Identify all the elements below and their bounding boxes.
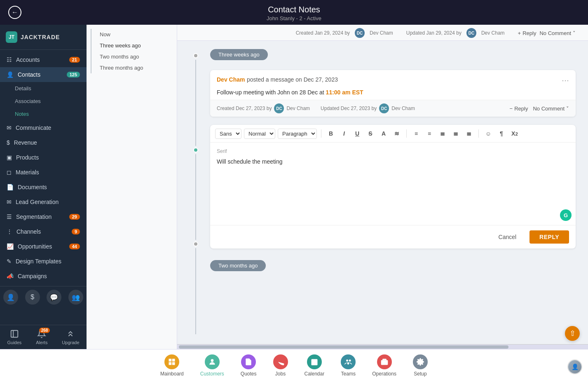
setup-icon — [413, 354, 428, 369]
bottom-scrollbar[interactable] — [177, 344, 588, 349]
sidebar-sub-notes[interactable]: Notes — [0, 108, 87, 120]
timeline-dot-3 — [193, 242, 198, 246]
teams-icon — [341, 354, 356, 369]
customers-btn[interactable]: Customers — [192, 353, 232, 378]
upgrade-btn[interactable]: Upgrade — [62, 329, 79, 345]
mainboard-icon — [164, 354, 179, 369]
time-label-three-weeks: Three weeks ago — [210, 49, 268, 60]
users-btn[interactable]: 👥 — [68, 290, 83, 305]
updated-by: Dev Cham — [391, 106, 415, 111]
align-center-btn[interactable]: ≣ — [450, 128, 461, 139]
materials-icon: ◻ — [7, 169, 12, 176]
back-button[interactable]: ← — [8, 6, 21, 19]
sidebar-item-lead-generation[interactable]: ✉ Lead Generation — [0, 195, 87, 209]
cancel-button[interactable]: Cancel — [490, 230, 525, 244]
align-left-btn[interactable]: ≣ — [437, 128, 448, 139]
reply-submit-button[interactable]: REPLY — [529, 230, 569, 244]
jobs-icon — [273, 354, 288, 369]
sidebar-item-materials[interactable]: ◻ Materials — [0, 165, 87, 180]
type-select[interactable]: Paragraph — [278, 129, 317, 139]
setup-btn[interactable]: Setup — [405, 353, 436, 378]
timeline-two-months[interactable]: Two months ago — [91, 51, 177, 62]
main-content: Created Jan 29, 2024 by DC Dev Cham Upda… — [177, 25, 588, 349]
timeline-now[interactable]: Now — [91, 29, 177, 40]
highlight-btn[interactable]: ≋ — [391, 128, 402, 139]
sidebar-item-segmentation[interactable]: ☰ Segmentation 29 — [0, 209, 87, 224]
documents-icon: 📄 — [7, 184, 14, 190]
svg-rect-7 — [311, 359, 317, 365]
opportunities-icon: 📈 — [7, 243, 14, 250]
subscript-btn[interactable]: X2 — [509, 128, 520, 139]
editor-content-area[interactable]: Serif Will schedule the meeting G — [210, 143, 576, 225]
sidebar-item-campaigns[interactable]: 📣 Campaigns — [0, 269, 87, 284]
sidebar-item-design-templates[interactable]: ✎ Design Templates — [0, 254, 87, 269]
ordered-list-btn[interactable]: ≡ — [411, 128, 422, 139]
svg-point-11 — [346, 359, 348, 361]
user-avatar-bottom[interactable]: 👤 — [567, 359, 582, 374]
campaigns-icon: 📣 — [7, 273, 14, 279]
sidebar-sub-associates[interactable]: Associates — [0, 95, 87, 108]
emoji-btn[interactable]: ☺ — [483, 128, 494, 139]
font-select[interactable]: Sans — [215, 129, 241, 139]
revenue-icon: $ — [7, 139, 10, 146]
sidebar-item-accounts[interactable]: ☷ Accounts 21 — [0, 52, 87, 67]
dec27-reply-btn[interactable]: − Reply — [510, 106, 528, 112]
toolbar-divider-1 — [321, 129, 321, 138]
sidebar-item-opportunities[interactable]: 📈 Opportunities 44 — [0, 239, 87, 254]
strikethrough-btn[interactable]: S — [365, 128, 376, 139]
italic-btn[interactable]: I — [339, 128, 349, 139]
dec27-no-comment[interactable]: No Comment ˅ — [533, 106, 569, 112]
customers-icon — [205, 354, 220, 369]
timeline-three-months[interactable]: Three months ago — [91, 62, 177, 73]
svg-rect-4 — [169, 362, 172, 365]
billing-btn[interactable]: $ — [25, 290, 40, 305]
top-no-comment[interactable]: No Comment ˅ — [539, 30, 576, 36]
segmentation-badge: 29 — [69, 214, 80, 220]
timeline-line-1 — [195, 60, 196, 146]
teams-btn[interactable]: Teams — [333, 353, 364, 378]
bold-btn[interactable]: B — [326, 128, 336, 139]
top-avatar-updated: DC — [466, 28, 476, 38]
scrollbar-thumb[interactable] — [179, 345, 508, 349]
chat-btn[interactable]: 💬 — [47, 290, 61, 305]
channels-icon: ⋮ — [7, 228, 12, 235]
paragraph-btn[interactable]: ¶ — [496, 128, 507, 139]
timeline-dot-2 — [193, 148, 198, 152]
reply-editor: Sans Normal Paragraph B I U S A — [210, 125, 576, 249]
jobs-btn[interactable]: Jobs — [265, 353, 296, 378]
align-right-btn[interactable]: ≣ — [464, 128, 474, 139]
underline-btn[interactable]: U — [352, 128, 363, 139]
sidebar-item-channels[interactable]: ⋮ Channels 9 — [0, 224, 87, 239]
alerts-btn[interactable]: 268 Alerts — [36, 329, 47, 345]
svg-point-12 — [349, 359, 351, 361]
sidebar-item-communicate[interactable]: ✉ Communicate — [0, 120, 87, 135]
top-reply-btn[interactable]: + Reply — [518, 30, 536, 36]
sidebar-item-revenue[interactable]: $ Revenue — [0, 135, 87, 150]
opportunities-badge: 44 — [69, 244, 80, 249]
unordered-list-btn[interactable]: ≡ — [424, 128, 435, 139]
operations-btn[interactable]: Operations — [364, 353, 405, 378]
sidebar-item-contacts[interactable]: 👤 Contacts 125 — [0, 67, 87, 82]
svg-rect-2 — [169, 359, 172, 362]
calendar-btn[interactable]: Calendar — [296, 353, 333, 378]
sidebar-sub-details[interactable]: Details — [0, 82, 87, 95]
guides-btn[interactable]: Guides — [7, 329, 21, 345]
note-author[interactable]: Dev Cham — [217, 76, 245, 83]
mainboard-btn[interactable]: Mainboard — [152, 353, 192, 378]
logo-text: JACKTRADE — [21, 34, 60, 40]
sidebar-item-products[interactable]: ▣ Products — [0, 150, 87, 165]
size-select[interactable]: Normal — [244, 129, 275, 139]
sidebar-item-documents[interactable]: 📄 Documents — [0, 180, 87, 195]
quotes-btn[interactable]: Quotes — [232, 353, 265, 378]
note-more-btn[interactable]: ⋯ — [562, 76, 569, 85]
sidebar-bottom-nav: Guides 268 Alerts Upgrade — [0, 325, 87, 349]
created-by: Dev Cham — [286, 106, 310, 111]
editor-text[interactable]: Will schedule the meeting — [217, 158, 569, 165]
scroll-up-btn[interactable]: ⇧ — [565, 326, 580, 341]
quotes-icon — [241, 354, 256, 369]
font-color-btn[interactable]: A — [378, 128, 389, 139]
timeline-three-weeks[interactable]: Three weeks ago — [91, 40, 177, 51]
svg-rect-0 — [11, 331, 18, 338]
timeline-sidebar: Now Three weeks ago Two months ago Three… — [87, 25, 177, 349]
user-profile-btn[interactable]: 👤 — [3, 290, 18, 305]
